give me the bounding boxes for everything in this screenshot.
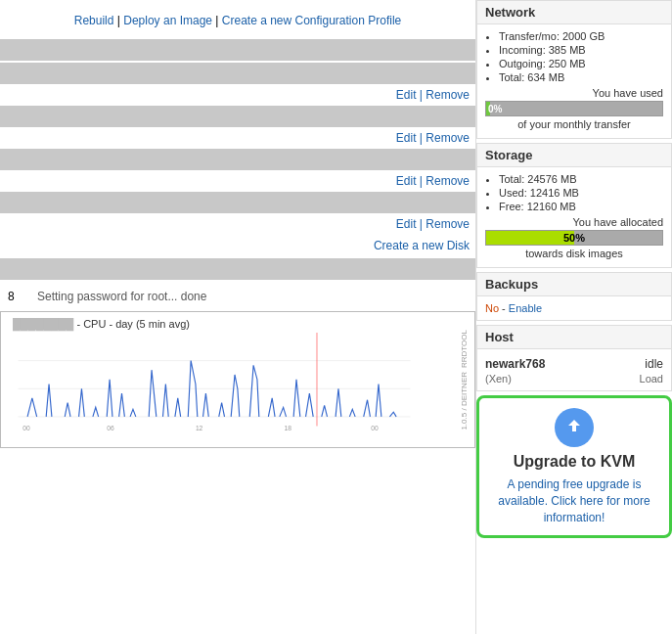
edit-disk-3-link[interactable]: Edit (396, 174, 417, 188)
disk-actions-2: Edit | Remove (0, 129, 475, 147)
cpu-chart-svg: 00 06 12 18 00 (5, 333, 424, 435)
upgrade-box[interactable]: Upgrade to KVM A pending free upgrade is… (476, 395, 672, 538)
disk-actions-3: Edit | Remove (0, 172, 475, 190)
remove-disk-1-link[interactable]: Remove (426, 88, 470, 102)
network-progress-label: 0% (488, 102, 502, 115)
log-line-number: 8 (8, 290, 27, 303)
edit-disk-1-link[interactable]: Edit (396, 88, 417, 102)
svg-text:12: 12 (196, 425, 203, 431)
network-title: Network (477, 1, 671, 24)
host-section: Host newark768 idle (Xen) Load (476, 325, 672, 391)
svg-text:18: 18 (285, 425, 292, 431)
upgrade-title: Upgrade to KVM (514, 453, 635, 471)
network-section: Network Transfer/mo: 2000 GB Incoming: 3… (476, 0, 672, 139)
remove-disk-2-link[interactable]: Remove (426, 131, 470, 145)
backups-content: No - Enable (477, 296, 671, 320)
host-status: idle (645, 357, 663, 371)
log-message: Setting password for root... done (37, 290, 206, 303)
backups-no-label: No (485, 302, 499, 314)
network-progress-bar: 0% (485, 101, 663, 116)
host-row: newark768 idle (485, 355, 663, 373)
cpu-chart: ████████ - CPU - day (5 min avg) RRDTOOL… (0, 311, 475, 448)
incoming-stat: Incoming: 385 MB (499, 44, 663, 56)
host-platform: (Xen) (485, 373, 512, 385)
upgrade-message: A pending free upgrade is available. Cli… (489, 476, 659, 525)
svg-text:00: 00 (371, 425, 379, 431)
create-disk-section: Create a new Disk (0, 235, 475, 256)
host-name: newark768 (485, 357, 545, 371)
disk-block-3: Edit | Remove (0, 149, 475, 190)
deploy-image-link[interactable]: Deploy an Image (123, 14, 212, 27)
backups-enable-link[interactable]: Enable (509, 302, 542, 314)
disk-bar-1 (0, 63, 475, 84)
config-bar (0, 39, 475, 61)
backups-section: Backups No - Enable (476, 272, 672, 321)
host-title: Host (477, 326, 671, 349)
disk-entries: Edit | Remove Edit | Remove Edit | Remov… (0, 63, 475, 233)
storage-section: Storage Total: 24576 MB Used: 12416 MB F… (476, 143, 672, 268)
upgrade-icon (555, 408, 594, 447)
disk-block-4: Edit | Remove (0, 192, 475, 233)
disk-block-1: Edit | Remove (0, 63, 475, 104)
total-stat: Total: 634 MB (499, 71, 663, 83)
svg-text:00: 00 (22, 425, 30, 431)
remove-disk-3-link[interactable]: Remove (426, 174, 470, 188)
disk-block-2: Edit | Remove (0, 106, 475, 147)
swap-bar (0, 258, 475, 280)
disk-bar-3 (0, 149, 475, 170)
storage-allocated-label: You have allocated (485, 214, 663, 230)
outgoing-stat: Outgoing: 250 MB (499, 58, 663, 69)
storage-used: Used: 12416 MB (499, 187, 663, 199)
storage-progress-bar: 50% (485, 230, 663, 246)
chart-y-label-top: RRDTOOL (460, 330, 469, 368)
host-content: newark768 idle (Xen) Load (477, 349, 671, 390)
edit-disk-4-link[interactable]: Edit (396, 217, 417, 231)
create-config-link[interactable]: Create a new Configuration Profile (222, 14, 401, 27)
storage-free: Free: 12160 MB (499, 201, 663, 212)
transfer-stat: Transfer/mo: 2000 GB (499, 30, 663, 42)
edit-disk-2-link[interactable]: Edit (396, 131, 417, 145)
host-sub-row: (Xen) Load (485, 373, 663, 385)
storage-total: Total: 24576 MB (499, 173, 663, 185)
disk-bar-2 (0, 106, 475, 127)
network-content: Transfer/mo: 2000 GB Incoming: 385 MB Ou… (477, 24, 671, 138)
svg-text:06: 06 (107, 425, 114, 431)
disk-actions-4: Edit | Remove (0, 215, 475, 233)
storage-progress-label: 50% (486, 231, 662, 245)
disk-bar-4 (0, 192, 475, 213)
create-disk-link[interactable]: Create a new Disk (374, 239, 470, 252)
top-actions: Rebuild | Deploy an Image | Create a new… (0, 8, 475, 37)
upgrade-arrow-icon (562, 416, 586, 439)
rebuild-link[interactable]: Rebuild (74, 14, 114, 27)
storage-content: Total: 24576 MB Used: 12416 MB Free: 121… (477, 167, 671, 267)
chart-title: ████████ - CPU - day (5 min avg) (7, 315, 196, 333)
storage-title: Storage (477, 144, 671, 167)
network-used-label: You have used (485, 85, 663, 101)
chart-y-label-bot: 1.0.5 / DEITNER (460, 372, 469, 430)
host-load-label: Load (640, 373, 663, 385)
disk-actions-1: Edit | Remove (0, 86, 475, 104)
storage-disk-label: towards disk images (485, 246, 663, 261)
backups-title: Backups (477, 273, 671, 296)
network-monthly-text: of your monthly transfer (485, 116, 663, 132)
log-row: 8 Setting password for root... done (0, 282, 475, 307)
remove-disk-4-link[interactable]: Remove (426, 217, 470, 231)
